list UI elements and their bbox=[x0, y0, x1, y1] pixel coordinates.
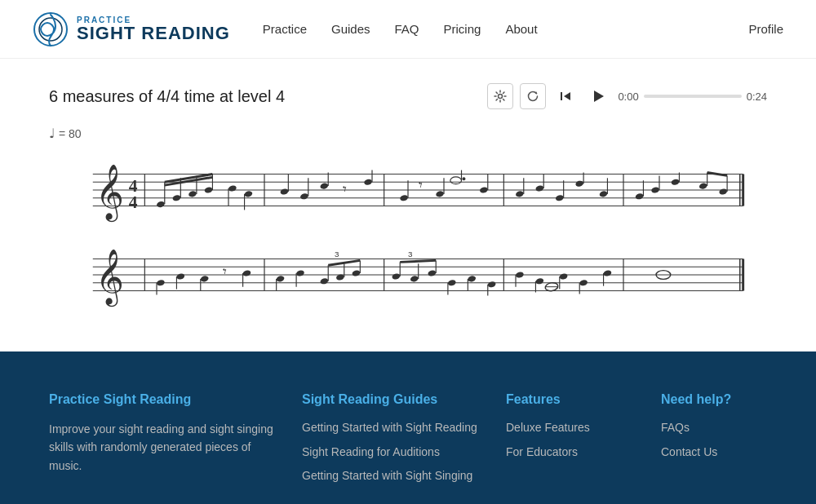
footer-guides-list: Getting Started with Sight Reading Sight… bbox=[302, 420, 481, 484]
guide-link-1[interactable]: Getting Started with Sight Reading bbox=[302, 420, 481, 436]
refresh-icon bbox=[526, 90, 539, 103]
svg-point-27 bbox=[204, 186, 213, 193]
svg-point-129 bbox=[579, 279, 588, 286]
footer-features-col: Features Deluxe Features For Educators bbox=[506, 392, 636, 493]
nav-practice[interactable]: Practice bbox=[263, 22, 307, 36]
guide-link-3[interactable]: Getting Started with Sight Singing bbox=[302, 468, 481, 484]
svg-point-92 bbox=[200, 275, 209, 282]
exercise-header: 6 measures of 4/4 time at level 4 bbox=[49, 83, 767, 109]
svg-point-70 bbox=[698, 183, 707, 190]
svg-point-99 bbox=[295, 269, 304, 276]
skip-back-button[interactable] bbox=[552, 83, 579, 109]
svg-text:3: 3 bbox=[335, 250, 339, 259]
svg-text:𝄞: 𝄞 bbox=[95, 164, 124, 223]
svg-point-51 bbox=[462, 177, 465, 180]
logo-link[interactable]: PRACTICE SIGHT READING bbox=[33, 8, 230, 51]
progress-bar[interactable] bbox=[644, 95, 742, 98]
list-item: Getting Started with Sight Reading bbox=[302, 420, 481, 436]
svg-text:𝄾: 𝄾 bbox=[419, 182, 423, 188]
logo-icon bbox=[33, 8, 69, 51]
svg-point-97 bbox=[276, 275, 285, 282]
svg-point-31 bbox=[228, 184, 237, 192]
svg-rect-3 bbox=[561, 92, 562, 100]
header-right: Profile bbox=[748, 22, 783, 37]
list-item: Contact Us bbox=[661, 444, 792, 461]
svg-point-58 bbox=[555, 194, 564, 201]
sheet-music: 𝄞 4 4 bbox=[49, 149, 767, 319]
footer-guides-title: Sight Reading Guides bbox=[302, 392, 481, 407]
play-button[interactable] bbox=[585, 83, 611, 109]
main-content: 6 measures of 4/4 time at level 4 bbox=[0, 59, 816, 351]
profile-link[interactable]: Profile bbox=[748, 22, 783, 36]
site-header: PRACTICE SIGHT READING Practice Guides F… bbox=[0, 0, 816, 59]
svg-point-64 bbox=[635, 192, 644, 200]
svg-point-44 bbox=[400, 194, 409, 201]
svg-point-68 bbox=[671, 179, 680, 186]
svg-text:3: 3 bbox=[408, 250, 412, 259]
nav-about[interactable]: About bbox=[505, 22, 537, 36]
svg-point-117 bbox=[447, 279, 456, 286]
svg-point-109 bbox=[392, 272, 401, 280]
svg-point-56 bbox=[535, 184, 544, 192]
svg-text:4: 4 bbox=[129, 192, 138, 212]
svg-point-95 bbox=[242, 269, 251, 276]
svg-point-127 bbox=[559, 272, 568, 280]
tempo-note-symbol: ♩ bbox=[49, 126, 55, 141]
nav-pricing[interactable]: Pricing bbox=[444, 22, 481, 36]
time-total: 0:24 bbox=[747, 91, 767, 103]
svg-point-62 bbox=[599, 190, 608, 197]
svg-point-25 bbox=[188, 190, 197, 197]
nav-guides[interactable]: Guides bbox=[331, 22, 370, 36]
svg-point-121 bbox=[487, 281, 496, 288]
svg-text:𝄾: 𝄾 bbox=[223, 268, 227, 275]
footer-help-title: Need help? bbox=[661, 392, 792, 407]
svg-point-2 bbox=[499, 95, 503, 99]
footer-brand-col: Practice Sight Reading Improve your sigh… bbox=[49, 392, 277, 493]
help-link-2[interactable]: Contact Us bbox=[661, 444, 792, 461]
svg-line-115 bbox=[400, 260, 436, 262]
svg-point-54 bbox=[515, 190, 524, 197]
logo-text: PRACTICE SIGHT READING bbox=[77, 16, 230, 42]
footer-features-title: Features bbox=[506, 392, 636, 407]
svg-point-60 bbox=[575, 180, 584, 188]
svg-point-111 bbox=[410, 275, 419, 282]
footer-brand-desc: Improve your sight reading and sight sin… bbox=[49, 420, 277, 475]
settings-button[interactable] bbox=[487, 83, 513, 109]
nav-faq[interactable]: FAQ bbox=[395, 22, 419, 36]
guide-link-2[interactable]: Sight Reading for Auditions bbox=[302, 444, 481, 461]
feature-link-1[interactable]: Deluxe Features bbox=[506, 420, 636, 436]
footer-help-list: FAQs Contact Us bbox=[661, 420, 792, 460]
svg-point-35 bbox=[280, 188, 289, 195]
help-link-1[interactable]: FAQs bbox=[661, 420, 792, 436]
list-item: Deluxe Features bbox=[506, 420, 636, 436]
svg-point-52 bbox=[479, 186, 488, 193]
list-item: FAQs bbox=[661, 420, 792, 436]
svg-point-101 bbox=[320, 277, 329, 285]
gear-icon bbox=[494, 90, 507, 103]
skip-back-icon bbox=[559, 90, 572, 103]
list-item: For Educators bbox=[506, 444, 636, 461]
svg-point-39 bbox=[320, 183, 329, 190]
svg-point-72 bbox=[719, 188, 728, 195]
svg-point-66 bbox=[651, 186, 660, 193]
svg-point-33 bbox=[244, 190, 253, 197]
footer-help-col: Need help? FAQs Contact Us bbox=[661, 392, 792, 493]
svg-point-105 bbox=[352, 269, 361, 276]
list-item: Getting Started with Sight Singing bbox=[302, 468, 481, 484]
svg-point-47 bbox=[436, 190, 445, 197]
svg-text:𝄾: 𝄾 bbox=[343, 186, 347, 192]
svg-point-125 bbox=[535, 277, 544, 285]
svg-point-88 bbox=[156, 279, 165, 286]
footer-features-list: Deluxe Features For Educators bbox=[506, 420, 636, 460]
svg-point-21 bbox=[156, 201, 165, 208]
svg-point-49 bbox=[450, 177, 462, 184]
refresh-button[interactable] bbox=[520, 83, 546, 109]
svg-point-119 bbox=[468, 275, 477, 282]
svg-point-90 bbox=[176, 272, 185, 280]
feature-link-2[interactable]: For Educators bbox=[506, 444, 636, 461]
staff-line-2: 𝄞 𝄾 bbox=[49, 234, 767, 316]
footer-grid: Practice Sight Reading Improve your sigh… bbox=[49, 392, 767, 493]
svg-marker-5 bbox=[594, 91, 604, 102]
svg-point-42 bbox=[364, 179, 373, 186]
site-footer: Practice Sight Reading Improve your sigh… bbox=[0, 351, 816, 504]
